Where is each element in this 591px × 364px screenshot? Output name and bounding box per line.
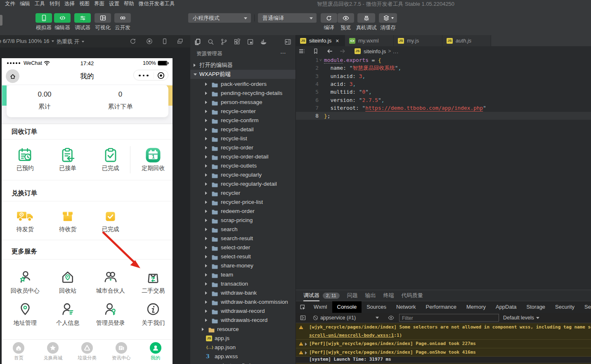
compile-button[interactable] bbox=[321, 13, 337, 23]
tree-folder-recycle-regularly[interactable]: recycle-regularly bbox=[190, 170, 296, 180]
console-log-row-3[interactable]: [system] Launch Time: 31977 ms bbox=[296, 357, 591, 363]
code-line-2[interactable]: 2 name: "智慧废品回收系统", bbox=[296, 64, 591, 72]
devtools-tab-Wxml[interactable]: Wxml bbox=[309, 301, 332, 313]
devtools-tab-Network[interactable]: Network bbox=[391, 301, 421, 313]
tree-folder-search-result[interactable]: search-result bbox=[190, 234, 296, 243]
tree-folder-recycle-list[interactable]: recycle-list bbox=[190, 134, 296, 143]
breadcrumb-more[interactable]: ... bbox=[393, 48, 399, 54]
devtools-tab-Sources[interactable]: Sources bbox=[362, 301, 391, 313]
console-log-row-0[interactable]: [wjyk_recycle/pages/index/index] Some se… bbox=[296, 323, 591, 340]
tree-folder-team[interactable]: team bbox=[190, 270, 296, 279]
code-line-3[interactable]: 3 uniacid: 3, bbox=[296, 72, 591, 80]
collapse-sidebar-icon[interactable] bbox=[284, 38, 292, 46]
live-expression-eye-icon[interactable] bbox=[388, 314, 395, 321]
debugger-tab-终端[interactable]: 终端 bbox=[383, 290, 394, 301]
menu-item-1[interactable]: 编辑 bbox=[18, 0, 33, 7]
preview-button[interactable] bbox=[338, 13, 354, 23]
editor-tab-my.wxml[interactable]: <>my.wxml bbox=[345, 35, 394, 46]
debugger-tab-代码质量[interactable]: 代码质量 bbox=[402, 290, 423, 301]
code-line-4[interactable]: 4 acid: 3, bbox=[296, 80, 591, 88]
editor-button[interactable] bbox=[54, 13, 71, 23]
tree-file-app.js[interactable]: JSapp.js bbox=[190, 334, 296, 343]
menu-item-4[interactable]: 选择 bbox=[62, 0, 77, 7]
inspect-element-icon[interactable] bbox=[299, 304, 306, 311]
cloud-dev-button[interactable] bbox=[114, 13, 131, 23]
tree-folder-select-result[interactable]: select-result bbox=[190, 252, 296, 261]
fold-chevron-icon[interactable]: ˅ bbox=[319, 56, 322, 64]
extensions-icon[interactable] bbox=[233, 38, 241, 46]
tree-root-wxapp[interactable]: WXAPP前端 bbox=[190, 70, 296, 79]
tree-folder-recycle-detail[interactable]: recycle-detail bbox=[190, 125, 296, 134]
tree-folder-withdrawal-record[interactable]: withdrawal-record bbox=[190, 307, 296, 316]
menu-item-7[interactable]: 设置 bbox=[107, 0, 122, 7]
clear-console-icon[interactable] bbox=[312, 315, 319, 321]
tree-file-app.json[interactable]: {..}app.json bbox=[190, 343, 296, 352]
stats-swiper[interactable]: 0.00累计0累计下单 bbox=[2, 85, 173, 124]
outline-list-icon[interactable] bbox=[298, 47, 305, 55]
tree-folder-redeem-order[interactable]: redeem-order bbox=[190, 207, 296, 216]
debugger-button[interactable] bbox=[74, 13, 91, 23]
menu-item-已预约[interactable]: 已预约 bbox=[4, 139, 47, 178]
menu-item-地址管理[interactable]: 地址管理 bbox=[4, 291, 47, 331]
code-line-1[interactable]: 1˅module.exports = { bbox=[296, 56, 591, 64]
tree-folder-person-message[interactable]: person-message bbox=[190, 98, 296, 107]
devtools-tab-Performance[interactable]: Performance bbox=[421, 301, 461, 313]
tabbar-首页[interactable]: 首页 bbox=[2, 340, 36, 361]
tree-folder-share-money[interactable]: share-money bbox=[190, 261, 296, 270]
console-log-row-1[interactable]: [Perf][wjyk_recycle/pages/index/index] P… bbox=[296, 340, 591, 348]
clear-cache-button[interactable] bbox=[379, 13, 397, 23]
navigate-back-icon[interactable] bbox=[326, 47, 333, 55]
tabbar-兑换商城[interactable]: 兑换商城 bbox=[36, 340, 70, 361]
tree-folder-recycle-center[interactable]: recycle-center bbox=[190, 107, 296, 116]
menu-item-3[interactable]: 转到 bbox=[47, 0, 62, 7]
tree-folder-transaction[interactable]: transaction bbox=[190, 279, 296, 288]
tree-folder-scrap-pricing[interactable]: scrap-pricing bbox=[190, 216, 296, 225]
tree-folder-withdrawals-record[interactable]: withdrawals-record bbox=[190, 316, 296, 325]
menu-item-关于我们[interactable]: 关于我们 bbox=[132, 291, 173, 331]
menu-item-0[interactable]: 文件 bbox=[0, 0, 18, 7]
user-avatar[interactable] bbox=[0, 15, 2, 26]
tree-folder-recycle-outlets[interactable]: recycle-outlets bbox=[190, 161, 296, 170]
tree-folder-recycler[interactable]: recycler bbox=[190, 189, 296, 198]
stop-icon[interactable] bbox=[146, 38, 153, 45]
menu-item-待发货[interactable]: 待发货 bbox=[4, 201, 47, 240]
editor-tab-auth.js[interactable]: JSauth.js bbox=[442, 35, 491, 46]
menu-item-待收货[interactable]: 待收货 bbox=[47, 201, 90, 240]
tree-folder-recycle-confirm[interactable]: recycle-confirm bbox=[190, 116, 296, 125]
editor-tab-my.js[interactable]: JSmy.js bbox=[394, 35, 442, 46]
bookmark-icon[interactable] bbox=[312, 47, 319, 55]
npm-scripts-icon[interactable] bbox=[246, 38, 254, 46]
docker-icon[interactable] bbox=[260, 38, 267, 46]
tree-folder-pack-verific-orders[interactable]: pack-verific-orders bbox=[190, 80, 296, 89]
tree-folder-search[interactable]: search bbox=[190, 225, 296, 234]
debugger-tab-输出[interactable]: 输出 bbox=[365, 290, 376, 301]
execution-context-select[interactable]: appservice (#1) bbox=[320, 315, 356, 321]
breadcrumb-file[interactable]: siteinfo.js bbox=[364, 48, 386, 54]
compile-mode-select[interactable]: 普通编译 bbox=[258, 13, 317, 23]
tree-folder-resource[interactable]: resource bbox=[190, 325, 296, 334]
tabbar-资讯中心[interactable]: 资讯中心 bbox=[104, 340, 138, 361]
menu-item-管理员登录[interactable]: 管理员登录 bbox=[89, 291, 132, 331]
device-select[interactable]: e 6/7/8 Plus 100% 16 bbox=[0, 38, 54, 44]
tree-folder-recycle-regularly-detail[interactable]: recycle-regularly-detail bbox=[190, 180, 296, 189]
devtools-tab-Memory[interactable]: Memory bbox=[461, 301, 491, 313]
simulator-button[interactable] bbox=[35, 13, 52, 23]
tree-folder-select-order[interactable]: select-order bbox=[190, 243, 296, 252]
search-icon[interactable] bbox=[207, 38, 215, 46]
menu-item-个人信息[interactable]: 个人信息 bbox=[47, 291, 90, 331]
menu-item-5[interactable]: 视图 bbox=[77, 0, 92, 7]
debugger-tab-问题[interactable]: 问题 bbox=[347, 290, 358, 301]
menu-item-9[interactable]: 微信开发者工具 bbox=[137, 0, 177, 7]
capsule-menu[interactable] bbox=[133, 70, 168, 81]
debugger-tab-调试器[interactable]: 调试器 bbox=[303, 290, 319, 301]
tabbar-我的[interactable]: 我的 bbox=[138, 340, 173, 361]
menu-item-已接单[interactable]: 已接单 bbox=[47, 139, 90, 178]
tree-folder-withdraw-bank-commission[interactable]: withdraw-bank-commission bbox=[190, 298, 296, 307]
menu-item-2[interactable]: 工具 bbox=[33, 0, 47, 7]
devtools-tab-Storage[interactable]: Storage bbox=[522, 301, 551, 313]
hot-reload-toggle[interactable]: 热重载 开 bbox=[57, 38, 84, 45]
devtools-tab-AppData[interactable]: AppData bbox=[491, 301, 522, 313]
tree-file-app.wxss[interactable]: 3app.wxss bbox=[190, 352, 296, 361]
devtools-tab-Sensor[interactable]: Sensor bbox=[579, 301, 591, 313]
devtools-tab-Security[interactable]: Security bbox=[550, 301, 579, 313]
